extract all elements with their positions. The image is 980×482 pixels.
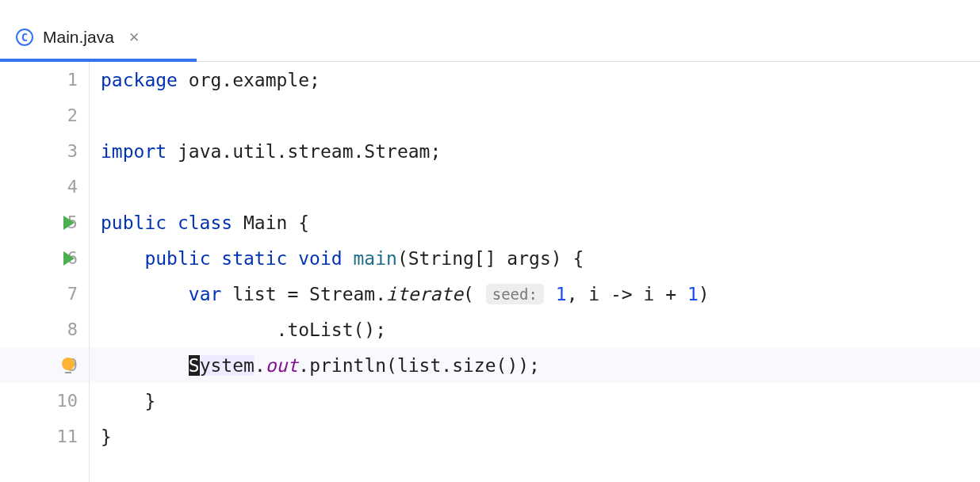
tab-label: Main.java bbox=[43, 28, 114, 47]
tab-main-java[interactable]: C Main.java ✕ bbox=[0, 13, 155, 61]
code-line-8: .toList(); bbox=[90, 319, 386, 340]
line-number: 10 bbox=[43, 391, 78, 411]
code-line-7: var list = Stream.iterate( seed: 1, i ->… bbox=[90, 284, 710, 304]
editor: 1 2 3 4 5 6 7 8 9 10 11 package org.exam… bbox=[0, 62, 980, 482]
tab-bar: C Main.java ✕ bbox=[0, 0, 980, 62]
code-line-10: } bbox=[90, 391, 155, 411]
close-icon[interactable]: ✕ bbox=[128, 29, 140, 46]
code-line-3: import java.util.stream.Stream; bbox=[90, 141, 441, 162]
run-icon[interactable] bbox=[63, 216, 75, 230]
code-line-5: public class Main { bbox=[90, 212, 309, 233]
code-line-11: } bbox=[90, 427, 112, 447]
parameter-hint: seed: bbox=[486, 284, 544, 304]
code-line-4 bbox=[90, 177, 112, 197]
line-number: 11 bbox=[43, 427, 78, 446]
line-number: 7 bbox=[43, 284, 78, 304]
class-file-icon: C bbox=[16, 29, 33, 46]
code-area[interactable]: package org.example; import java.util.st… bbox=[90, 62, 980, 482]
gutter: 1 2 3 4 5 6 7 8 9 10 11 bbox=[0, 62, 90, 482]
run-icon[interactable] bbox=[63, 251, 75, 266]
line-number: 8 bbox=[43, 319, 78, 339]
code-line-2 bbox=[90, 105, 112, 126]
code-line-1: package org.example; bbox=[90, 70, 320, 90]
code-line-6: public static void main(String[] args) { bbox=[90, 248, 584, 269]
lightbulb-icon[interactable] bbox=[62, 358, 75, 373]
line-number: 3 bbox=[43, 141, 78, 161]
code-line-9: System.out.println(list.size()); bbox=[90, 355, 540, 376]
line-number: 1 bbox=[43, 70, 78, 90]
line-number: 2 bbox=[43, 105, 78, 125]
cursor: S bbox=[189, 355, 200, 376]
line-number: 4 bbox=[43, 177, 78, 197]
